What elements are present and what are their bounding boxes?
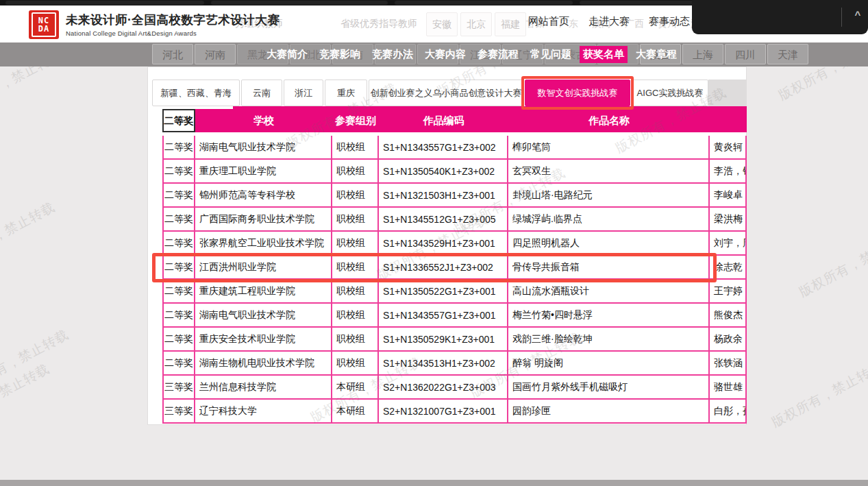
cell-authors: 梁洪梅， [710,208,747,230]
logo-frame: NC DA [32,12,56,37]
cell-title: 梅兰竹菊•四时悬浮 [508,304,710,326]
table-row: 二等奖 湖南生物机电职业技术学院 职校组 S1+N1343513H1+Z3+00… [162,352,747,376]
faded-province-tab: 福建 [495,12,526,36]
cell-award: 二等奖 [162,280,195,302]
cell-school: 湖南电气职业技术学院 [195,304,332,326]
contest-menu: 大赛简介竞赛影响竞赛办法大赛内容参赛流程常见问题获奖名单大赛章程 [266,42,677,66]
collapse-chevron-icon[interactable]: ^ [851,9,865,21]
cell-authors: 黄炎轲， [710,136,747,158]
table-header-group: 参赛组别 [332,109,379,132]
province-tab[interactable]: 河南 [195,44,236,64]
contest-menu-item[interactable]: 竞赛影响 [319,48,360,61]
cell-school: 湖南生物机电职业技术学院 [195,352,332,374]
category-tab[interactable]: 浙江 [284,80,323,106]
brand-block: 未来设计师·全国高校数字艺术设计大赛 National College Digi… [66,12,280,37]
province-tab[interactable]: 天津 [767,44,808,64]
cell-title: 骨传导共振音箱 [508,256,710,278]
cell-award: 二等奖 [162,232,195,254]
province-tab[interactable]: 河北 [152,44,193,64]
cell-title: 醉翁 明旋阁 [508,352,710,374]
cell-award: 二等奖 [162,184,195,206]
category-tab[interactable]: 数智文创实践挑战赛 [525,80,630,106]
cell-code: S1+N1350540K1+Z3+002 [379,160,508,182]
cell-group: 职校组 [332,256,379,278]
contest-menu-item[interactable]: 大赛章程 [636,48,677,61]
category-tab[interactable]: 云南 [241,80,282,106]
cell-authors: 白彤，孙 [710,400,747,422]
cell-group: 职校组 [332,232,379,254]
table-header-row: 二等奖 学校 参赛组别 作品编码 作品名称 [162,109,747,132]
cell-title: 戏韵三维·脸绘乾坤 [508,328,710,350]
table-row: 二等奖 重庆安全技术职业学院 职校组 S1+N1350529K1+Z3+001 … [162,328,747,352]
watermark-text: 版权所有，禁止转载 [0,326,72,399]
contest-menu-item[interactable]: 竞赛办法 [372,48,413,61]
awards-table: 二等奖 学校 参赛组别 作品编码 作品名称 二等奖 湖南电气职业技术学院 职校组… [162,109,747,424]
cell-group: 职校组 [332,208,379,230]
cell-authors: 骆世雄， [710,376,747,398]
cell-authors: 李峻卓， [710,184,747,206]
cell-group: 职校组 [332,328,379,350]
cell-title: 绿城浮屿.临界点 [508,208,710,230]
table-row: 二等奖 江西洪州职业学院 职校组 S1+N1336552J1+Z3+002 骨传… [162,256,747,280]
cell-code: S1+N1321503H1+Z3+001 [379,184,508,206]
cell-group: 职校组 [332,304,379,326]
cell-group: 本研组 [332,400,379,422]
province-tab[interactable]: 上海 [682,44,723,64]
cell-group: 职校组 [332,160,379,182]
category-tab[interactable]: 新疆、西藏、青海 [152,80,240,106]
cell-title: 高山流水酒瓶设计 [508,280,710,302]
cell-title: 榫卯笔筒 [508,136,710,158]
contest-menu-item[interactable]: 大赛内容 [425,48,466,61]
cell-school: 兰州信息科技学院 [195,376,332,398]
cell-authors: 张轶涵， [710,352,747,374]
cell-code: S1+N1343529H1+Z3+001 [379,232,508,254]
cell-group: 本研组 [332,376,379,398]
contest-menu-item[interactable]: 参赛流程 [478,48,519,61]
table-row: 三等奖 辽宁科技大学 本研组 S2+N1321007G1+Z3+001 园韵珍匣… [162,400,747,424]
contest-menu-item[interactable]: 常见问题 [530,48,571,61]
watermark-text: 版权所有，禁止转载 [769,358,868,431]
cell-award: 二等奖 [162,256,195,278]
category-tab[interactable]: 创新创业赛之义乌小商品创意设计大赛 [369,80,523,106]
cell-group: 职校组 [332,280,379,302]
main-nav: 网站首页走进大赛赛事动态 [528,15,690,28]
main-nav-item[interactable]: 网站首页 [528,15,569,28]
watermark-text: 版权所有，禁止转载 [0,360,53,433]
cell-group: 职校组 [332,184,379,206]
contest-menu-item[interactable]: 大赛简介 [266,48,308,61]
cell-school: 锦州师范高等专科学校 [195,184,332,206]
main-nav-item[interactable]: 赛事动态 [649,15,690,28]
category-tab[interactable]: AIGC实践挑战赛 [632,80,708,106]
contest-menu-item[interactable]: 获奖名单 [580,46,628,63]
table-row: 二等奖 湖南电气职业技术学院 职校组 S1+N1343557G1+Z3+002 … [162,136,747,160]
table-header-code: 作品编码 [379,109,508,132]
main-nav-item[interactable]: 走进大赛 [588,15,630,28]
table-header-school: 学校 [195,109,332,132]
sub-nav-bar: 河北河南黑龙江湖北湖南吉林江苏江西辽宁内蒙古宁夏陕西上海四川天津 大赛简介竞赛影… [0,42,868,66]
cell-school: 重庆理工职业学院 [195,160,332,182]
cell-school: 张家界航空工业职业技术学院 [195,232,332,254]
bottom-bar [0,480,868,486]
cell-code: S1+N1350522G1+Z3+001 [379,280,508,302]
cell-school: 江西洪州职业学院 [195,256,332,278]
cell-title: 园韵珍匣 [508,400,710,422]
table-row: 二等奖 湖南电气职业技术学院 职校组 S1+N1343557G1+Z3+001 … [162,304,747,328]
category-tab[interactable]: 重庆 [325,80,367,106]
table-header-title: 作品名称 [508,109,710,132]
ncda-logo: NC DA [29,10,59,39]
cell-award: 二等奖 [162,352,195,374]
cell-award: 二等奖 [162,208,195,230]
overlay-panel: ^ [692,0,868,34]
cell-school: 广西国际商务职业技术学院 [195,208,332,230]
cell-code: S2+N1321007G1+Z3+001 [379,400,508,422]
faded-tab-label: 省级优秀指导教师 [340,18,417,30]
cell-award: 二等奖 [162,328,195,350]
cell-authors: 熊俊杰， [710,304,747,326]
cell-authors: 徐志乾， [710,256,747,278]
cell-title: 四足照明机器人 [508,232,710,254]
province-tab[interactable]: 四川 [725,44,766,64]
cell-group: 职校组 [332,136,379,158]
cell-award: 三等奖 [162,376,195,398]
browser-tab-segment [395,1,573,5]
watermark-text: 版权所有，禁止转载 [0,198,58,271]
